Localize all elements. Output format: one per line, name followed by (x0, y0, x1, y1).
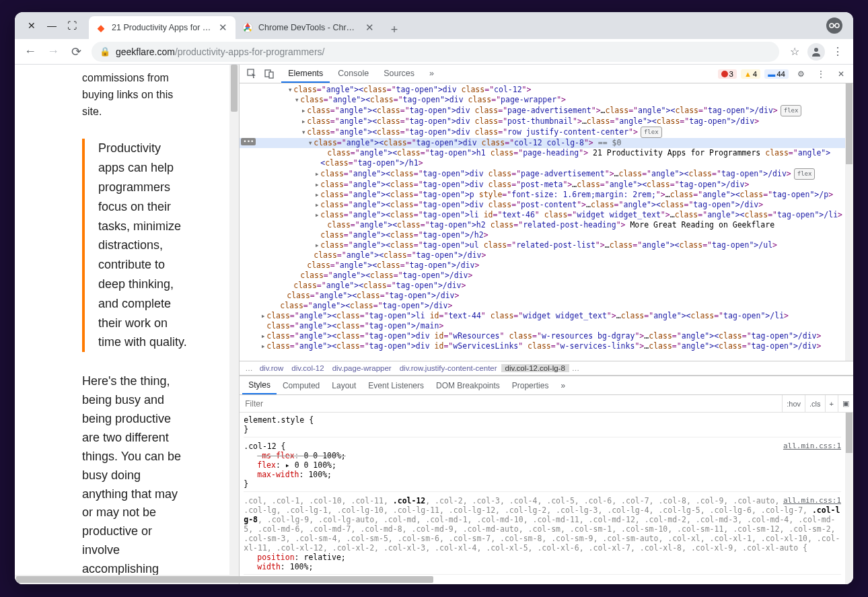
breadcrumb-overflow-icon[interactable]: … (569, 364, 583, 372)
device-toggle-icon[interactable] (261, 67, 277, 81)
dom-node[interactable]: ▸class="angle"><class="tag-open">div cla… (240, 180, 845, 190)
hov-button[interactable]: :hov (782, 395, 805, 412)
reload-button[interactable]: ⟳ (66, 42, 86, 62)
dom-node[interactable]: class="angle"><class="tag-open">/div> (240, 301, 845, 311)
devtools-header: Elements Console Sources » 3 ▲4 ▬44 ⚙ ⋮ … (240, 65, 853, 83)
favicon-icon (242, 22, 253, 33)
new-rule-button[interactable]: + (825, 395, 838, 412)
dom-node[interactable]: ▸class="angle"><class="tag-open">li id="… (240, 210, 845, 220)
dom-node[interactable]: ▸class="angle"><class="tag-open">div cla… (240, 200, 845, 210)
dom-node[interactable]: class="angle"><class="tag-open">h1 class… (240, 148, 845, 168)
dom-node[interactable]: ▸class="angle"><class="tag-open">div id=… (240, 341, 845, 351)
support-text: commissions from buying links on this si… (82, 70, 189, 120)
dom-node[interactable]: ▸class="angle"><class="tag-open">div cla… (240, 168, 845, 180)
tab-sources[interactable]: Sources (377, 65, 421, 83)
breadcrumb-item[interactable]: div.col-12 (287, 364, 328, 372)
tab-dom-breakpoints[interactable]: DOM Breakpoints (430, 378, 506, 394)
breadcrumb-item[interactable]: div.row.justify-content-center (396, 364, 501, 372)
back-button[interactable]: ← (20, 42, 40, 62)
cls-button[interactable]: .cls (805, 395, 825, 412)
info-badge[interactable]: ▬44 (764, 69, 789, 79)
close-window-icon[interactable]: ✕ (27, 21, 36, 30)
incognito-icon[interactable] (826, 17, 842, 34)
inspect-icon[interactable] (244, 67, 260, 81)
bookmark-icon[interactable]: ☆ (785, 42, 805, 62)
close-devtools-icon[interactable]: ✕ (833, 67, 849, 81)
dom-node[interactable]: class="angle"><class="tag-open">/div> (240, 260, 845, 271)
breadcrumb-item[interactable]: div.page-wrapper (328, 364, 396, 372)
url-path: /productivity-apps-for-programmers/ (175, 46, 325, 57)
tab-elements[interactable]: Elements (281, 65, 330, 83)
dom-node[interactable]: class="angle"><class="tag-open">/main> (240, 321, 845, 331)
styles-content[interactable]: element.style {}all.min.css:1.col-12 {-m… (240, 413, 845, 584)
breadcrumb-item[interactable]: div.row (256, 364, 288, 372)
breadcrumb-item[interactable]: div.col-12.col-lg-8 (501, 364, 569, 372)
dom-node[interactable]: class="angle"><class="tag-open">h2 class… (240, 220, 845, 240)
tab-overflow-icon[interactable]: » (423, 65, 441, 83)
tab-geekflare[interactable]: ◆ 21 Productivity Apps for Pro ✕ (89, 16, 236, 39)
styles-tabs: Styles Computed Layout Event Listeners D… (240, 376, 853, 395)
favicon-icon: ◆ (96, 22, 106, 33)
address-bar[interactable]: 🔒 geekflare.com/productivity-apps-for-pr… (92, 42, 779, 62)
tab-title: Chrome DevTools - Chrome (258, 23, 359, 32)
error-badge[interactable]: 3 (718, 69, 737, 79)
dom-node[interactable]: class="angle"><class="tag-open">/div> (240, 271, 845, 281)
tab-event-listeners[interactable]: Event Listeners (362, 378, 430, 394)
dom-node[interactable]: ▸class="angle"><class="tag-open">li id="… (240, 311, 845, 321)
styles-filter-input[interactable] (240, 395, 782, 412)
dom-node[interactable]: class="angle"><class="tag-open">/div> (240, 291, 845, 301)
lock-icon: 🔒 (100, 46, 110, 57)
styles-panel: Styles Computed Layout Event Listeners D… (240, 376, 853, 584)
tab-close-icon[interactable]: ✕ (364, 22, 375, 34)
dom-tree[interactable]: ▾class="angle"><class="tag-open">div cla… (240, 83, 845, 361)
forward-button[interactable]: → (43, 42, 63, 62)
dom-node[interactable]: ▸class="angle"><class="tag-open">p style… (240, 190, 845, 200)
vertical-scrollbar[interactable] (229, 65, 239, 584)
svg-point-3 (835, 24, 839, 28)
tab-close-icon[interactable]: ✕ (217, 22, 229, 34)
tab-properties[interactable]: Properties (506, 378, 555, 394)
styles-filter-bar: :hov .cls + ▣ (240, 395, 853, 413)
dom-node[interactable]: class="angle"><class="tag-open">/div> (240, 281, 845, 291)
dom-node[interactable]: ▸class="angle"><class="tag-open">div id=… (240, 331, 845, 341)
styles-scrollbar[interactable] (845, 413, 853, 584)
tab-devtools-docs[interactable]: Chrome DevTools - Chrome ✕ (236, 16, 382, 39)
new-tab-button[interactable]: + (385, 20, 404, 39)
dom-node[interactable]: ▾class="angle"><class="tag-open">div cla… (240, 95, 845, 105)
warning-count: 4 (753, 70, 757, 78)
paragraph: Here's the thing, being busy and being p… (82, 372, 189, 584)
toolbar: ← → ⟳ 🔒 geekflare.com/productivity-apps-… (15, 39, 853, 65)
minimize-window-icon[interactable]: — (47, 21, 57, 30)
article-content: commissions from buying links on this si… (15, 65, 229, 584)
dom-node[interactable]: ▸class="angle"><class="tag-open">ul clas… (240, 240, 845, 250)
menu-icon[interactable]: ⋮ (828, 42, 848, 62)
quote-text: Productivity apps can help programmers f… (98, 139, 189, 352)
dom-node[interactable]: ▾class="angle"><class="tag-open">div cla… (240, 127, 845, 138)
dom-node[interactable]: class="angle"><class="tag-open">/div> (240, 250, 845, 260)
settings-icon[interactable]: ⚙ (793, 67, 809, 81)
browser-window: ✕ — ⛶ ◆ 21 Productivity Apps for Pro ✕ C… (15, 12, 853, 584)
warning-badge[interactable]: ▲4 (741, 69, 760, 79)
devtools-panel: Elements Console Sources » 3 ▲4 ▬44 ⚙ ⋮ … (239, 65, 853, 584)
elements-panel: ▾class="angle"><class="tag-open">div cla… (240, 83, 853, 584)
computed-sidebar-icon[interactable]: ▣ (838, 395, 853, 412)
dom-node[interactable]: ▸class="angle"><class="tag-open">div cla… (240, 105, 845, 116)
profile-icon[interactable] (807, 43, 825, 61)
maximize-window-icon[interactable]: ⛶ (67, 21, 77, 30)
tab-styles[interactable]: Styles (242, 377, 277, 394)
dom-node[interactable]: •••▾class="angle"><class="tag-open">div … (240, 138, 845, 148)
tab-computed[interactable]: Computed (277, 378, 326, 394)
tab-overflow-icon[interactable]: » (554, 378, 571, 394)
title-bar: ✕ — ⛶ ◆ 21 Productivity Apps for Pro ✕ C… (15, 12, 853, 39)
dom-node[interactable]: ▾class="angle"><class="tag-open">div cla… (240, 85, 845, 95)
dom-node[interactable]: ▸class="angle"><class="tag-open">div cla… (240, 116, 845, 127)
dom-scrollbar[interactable] (845, 83, 853, 361)
blockquote: Productivity apps can help programmers f… (82, 139, 189, 352)
devtools-menu-icon[interactable]: ⋮ (813, 67, 829, 81)
tab-layout[interactable]: Layout (326, 378, 362, 394)
devtools-main-tabs: Elements Console Sources » (281, 65, 441, 83)
tab-console[interactable]: Console (331, 65, 375, 83)
breadcrumb-overflow-icon[interactable]: … (242, 364, 256, 372)
svg-point-2 (830, 24, 834, 28)
horizontal-scrollbar[interactable] (15, 575, 229, 584)
